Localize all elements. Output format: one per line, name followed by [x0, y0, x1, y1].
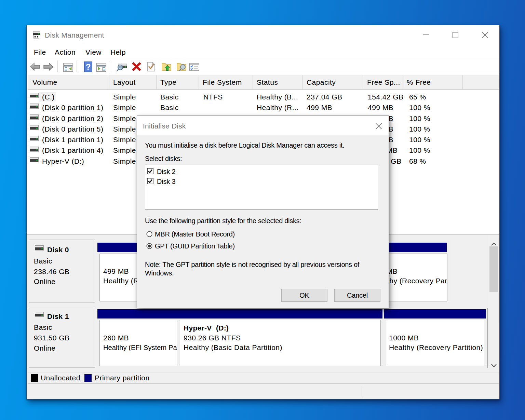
svg-text:?: ? — [86, 62, 91, 71]
